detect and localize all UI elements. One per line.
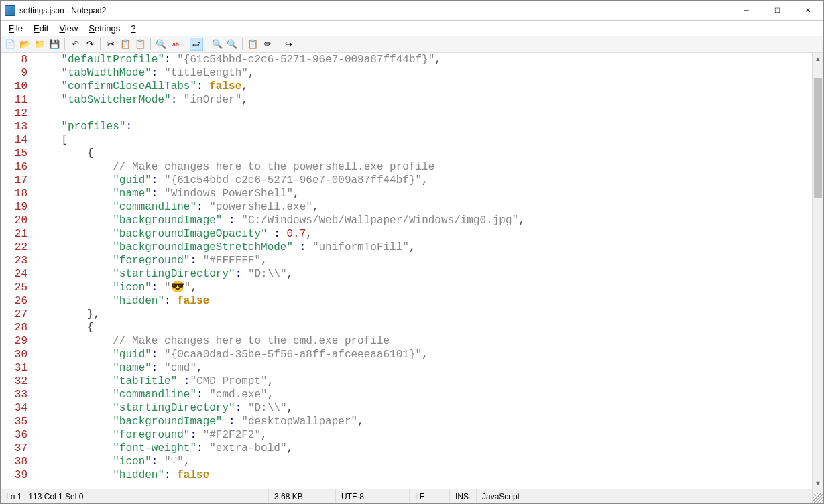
toolbar-separator — [150, 38, 151, 50]
line-code[interactable]: // Make changes here to the powershell.e… — [33, 160, 812, 174]
line-code[interactable]: "name": "cmd", — [33, 361, 812, 375]
code-line: 21 "backgroundImageOpacity" : 0.7, — [1, 227, 812, 241]
line-code[interactable]: { — [33, 321, 812, 334]
line-code[interactable]: "startingDirectory": "D:\\", — [33, 267, 812, 281]
line-number: 23 — [1, 254, 33, 267]
scroll-thumb[interactable] — [814, 78, 822, 198]
code-line: 34 "startingDirectory": "D:\\", — [1, 401, 812, 415]
line-code[interactable]: "confirmCloseAllTabs": false, — [33, 80, 812, 93]
exit-icon[interactable]: ↪ — [282, 38, 295, 51]
code-line: 31 "name": "cmd", — [1, 361, 812, 375]
line-code[interactable]: "guid": "{61c54bbd-c2c6-5271-96e7-009a87… — [33, 174, 812, 187]
line-code[interactable]: "icon": "😎", — [33, 281, 812, 294]
line-number: 19 — [1, 200, 33, 214]
scroll-up-icon[interactable]: ▲ — [813, 53, 823, 64]
redo-icon[interactable]: ↷ — [83, 38, 97, 51]
line-code[interactable]: { — [33, 147, 812, 160]
code-line: 17 "guid": "{61c54bbd-c2c6-5271-96e7-009… — [1, 174, 812, 187]
code-line: 14 [ — [1, 133, 812, 147]
vertical-scrollbar[interactable]: ▲ ▼ — [812, 53, 823, 489]
line-code[interactable]: "backgroundImage" : "C:/Windows/Web/Wall… — [33, 214, 812, 227]
code-line: 37 "font-weight": "extra-bold", — [1, 442, 812, 455]
line-code[interactable]: "backgroundImageOpacity" : 0.7, — [33, 227, 812, 241]
line-code[interactable]: "startingDirectory": "D:\\", — [33, 401, 812, 415]
line-number: 18 — [1, 187, 33, 200]
line-code[interactable]: "name": "Windows PowerShell", — [33, 187, 812, 200]
scheme-icon[interactable]: 📋 — [246, 38, 259, 51]
status-eol[interactable]: LF — [410, 489, 450, 503]
code-line: 9 "tabWidthMode": "titleLength", — [1, 66, 812, 80]
line-code[interactable]: "backgroundImageStretchMode" : "uniformT… — [33, 241, 812, 254]
line-number: 13 — [1, 120, 33, 133]
line-number: 22 — [1, 241, 33, 254]
line-code[interactable]: "backgroundImage" : "desktopWallpaper", — [33, 415, 812, 428]
menu-view[interactable]: View — [54, 22, 83, 35]
zoomin-icon[interactable]: 🔍 — [211, 38, 224, 51]
cut-icon[interactable]: ✂ — [104, 38, 117, 51]
find-icon[interactable]: 🔍 — [154, 38, 168, 51]
toolbar-separator — [278, 38, 278, 50]
line-code[interactable]: "icon": "♡", — [33, 455, 812, 468]
copy-icon[interactable]: 📋 — [119, 38, 132, 51]
line-number: 11 — [1, 93, 33, 107]
line-code[interactable]: "commandline": "cmd.exe", — [33, 388, 812, 401]
code-line: 26 "hidden": false — [1, 294, 812, 308]
line-code[interactable]: "hidden": false — [33, 294, 812, 308]
code-line: 24 "startingDirectory": "D:\\", — [1, 267, 812, 281]
line-number: 36 — [1, 428, 33, 442]
scroll-down-icon[interactable]: ▼ — [813, 477, 823, 489]
line-number: 24 — [1, 267, 33, 281]
zoomout-icon[interactable]: 🔍 — [225, 38, 239, 51]
save-icon[interactable]: 💾 — [48, 38, 61, 51]
customize-icon[interactable]: ✏ — [261, 38, 274, 51]
menu-settings[interactable]: Settings — [83, 22, 125, 35]
line-code[interactable]: "foreground": "#F2F2F2", — [33, 428, 812, 442]
line-code[interactable]: "commandline": "powershell.exe", — [33, 200, 812, 214]
line-code[interactable]: // Make changes here to the cmd.exe prof… — [33, 334, 812, 348]
maximize-button[interactable]: ☐ — [762, 1, 792, 21]
line-number: 35 — [1, 415, 33, 428]
line-code[interactable]: "tabTitle" :"CMD Prompt", — [33, 375, 812, 388]
line-code[interactable]: "defaultProfile": "{61c54bbd-c2c6-5271-9… — [33, 53, 812, 66]
line-number: 28 — [1, 321, 33, 334]
line-code[interactable]: "font-weight": "extra-bold", — [33, 442, 812, 455]
line-code[interactable]: "foreground": "#FFFFFF", — [33, 254, 812, 267]
line-code[interactable]: }, — [33, 308, 812, 321]
editor-content[interactable]: 8 "defaultProfile": "{61c54bbd-c2c6-5271… — [1, 53, 812, 489]
menu-help[interactable]: ? — [125, 22, 141, 35]
menubar: File Edit View Settings ? — [1, 21, 823, 36]
wordwrap-icon[interactable]: ⮐ — [190, 38, 203, 51]
line-code[interactable]: "hidden": false — [33, 468, 812, 482]
status-insert-mode[interactable]: INS — [450, 489, 477, 503]
line-code[interactable]: "tabWidthMode": "titleLength", — [33, 66, 812, 80]
scroll-track[interactable] — [813, 64, 823, 477]
open-icon[interactable]: 📂 — [18, 38, 32, 51]
line-code[interactable]: "profiles": — [33, 120, 812, 133]
close-button[interactable]: ✕ — [792, 1, 823, 21]
code-line: 25 "icon": "😎", — [1, 281, 812, 294]
replace-icon[interactable]: ab — [169, 38, 182, 51]
minimize-button[interactable]: ─ — [731, 1, 762, 21]
line-code[interactable]: "guid": "{0caa0dad-35be-5f56-a8ff-afceee… — [33, 348, 812, 361]
paste-icon[interactable]: 📋 — [133, 38, 147, 51]
undo-icon[interactable]: ↶ — [68, 38, 82, 51]
line-code[interactable]: [ — [33, 133, 812, 147]
browse-icon[interactable]: 📁 — [33, 38, 46, 51]
status-encoding[interactable]: UTF-8 — [336, 489, 410, 503]
code-line: 35 "backgroundImage" : "desktopWallpaper… — [1, 415, 812, 428]
line-number: 25 — [1, 281, 33, 294]
menu-edit[interactable]: Edit — [28, 22, 54, 35]
code-line: 32 "tabTitle" :"CMD Prompt", — [1, 375, 812, 388]
toolbar-separator — [186, 38, 186, 50]
menu-file[interactable]: File — [3, 22, 28, 35]
status-lexer[interactable]: JavaScript — [477, 489, 813, 503]
line-number: 26 — [1, 294, 33, 308]
line-code[interactable]: "tabSwitcherMode": "inOrder", — [33, 93, 812, 107]
line-code[interactable] — [33, 107, 812, 120]
code-line: 11 "tabSwitcherMode": "inOrder", — [1, 93, 812, 107]
code-line: 27 }, — [1, 308, 812, 321]
resize-grip-icon[interactable] — [813, 493, 823, 503]
new-icon[interactable]: 📄 — [3, 38, 17, 51]
line-number: 33 — [1, 388, 33, 401]
code-line: 38 "icon": "♡", — [1, 455, 812, 468]
